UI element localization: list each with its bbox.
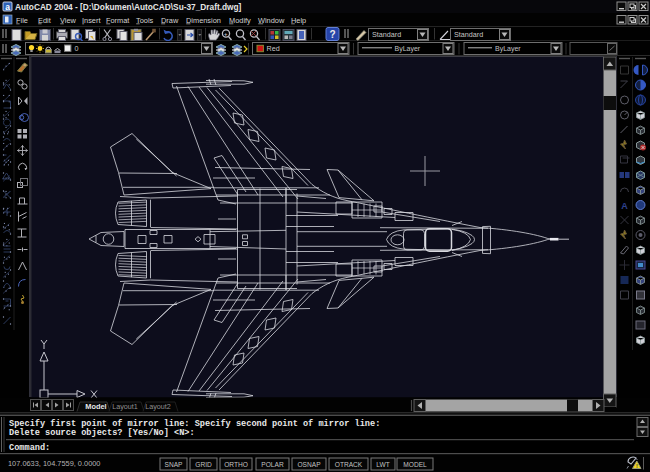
svg-text:Command:: Command: — [9, 443, 50, 453]
svg-text:Red: Red — [267, 44, 280, 53]
svg-text:GRID: GRID — [195, 461, 212, 468]
svg-text:ORTHO: ORTHO — [224, 461, 248, 468]
svg-text:Standard: Standard — [454, 30, 483, 39]
svg-text:AutoCAD 2004 - [D:\Dokumen\Aut: AutoCAD 2004 - [D:\Dokumen\AutoCAD\Su-37… — [15, 2, 242, 12]
svg-text:Layout2: Layout2 — [145, 402, 171, 411]
svg-text:Draw: Draw — [161, 16, 179, 25]
svg-text:Help: Help — [291, 16, 306, 25]
svg-text:?: ? — [329, 29, 335, 40]
svg-text:OSNAP: OSNAP — [297, 461, 321, 468]
svg-text:Edit: Edit — [38, 16, 51, 25]
svg-text:107.0633, 104.7559, 0.0000: 107.0633, 104.7559, 0.0000 — [8, 459, 100, 468]
svg-text:Layout1: Layout1 — [112, 402, 138, 411]
svg-text:Tools: Tools — [136, 16, 154, 25]
svg-text:!: ! — [636, 463, 638, 469]
svg-text:0: 0 — [75, 44, 79, 53]
svg-text:ByLayer: ByLayer — [395, 45, 421, 53]
svg-text:Modify: Modify — [229, 16, 251, 25]
svg-text:+: + — [224, 31, 228, 37]
svg-text:A: A — [621, 201, 628, 211]
svg-text:ByLayer: ByLayer — [495, 45, 521, 53]
svg-text:OTRACK: OTRACK — [335, 461, 363, 468]
svg-text:Window: Window — [258, 16, 285, 25]
svg-text:Model: Model — [85, 402, 106, 411]
svg-text:Standard: Standard — [372, 30, 401, 39]
svg-text:Dimension: Dimension — [186, 16, 221, 25]
svg-text:Insert: Insert — [82, 16, 100, 25]
svg-text:View: View — [60, 16, 77, 25]
svg-text:Delete source objects? [Yes/No: Delete source objects? [Yes/No] <N>: — [9, 428, 195, 438]
svg-text:Format: Format — [106, 16, 129, 25]
svg-text:MODEL: MODEL — [403, 461, 427, 468]
svg-text:a: a — [5, 2, 10, 12]
svg-text:LWT: LWT — [376, 461, 389, 468]
svg-text:SNAP: SNAP — [165, 461, 184, 468]
svg-text:File: File — [16, 16, 28, 25]
svg-text:POLAR: POLAR — [261, 461, 284, 468]
